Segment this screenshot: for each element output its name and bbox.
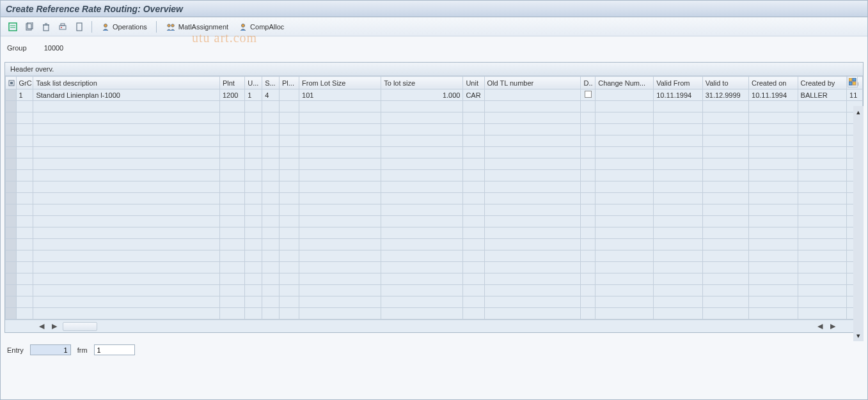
cell-empty[interactable] bbox=[33, 204, 220, 216]
cell-empty[interactable] bbox=[702, 181, 748, 193]
cell-empty[interactable] bbox=[299, 262, 381, 273]
cell-u[interactable]: 1 bbox=[245, 89, 262, 101]
cell-empty[interactable] bbox=[33, 308, 220, 319]
cell-empty[interactable] bbox=[280, 285, 299, 296]
cell-empty[interactable] bbox=[299, 250, 381, 262]
cell-empty[interactable] bbox=[463, 273, 484, 285]
cell-empty[interactable] bbox=[219, 135, 244, 147]
cell-empty[interactable] bbox=[463, 101, 484, 112]
cell-empty[interactable] bbox=[299, 296, 381, 308]
col-d[interactable]: D.. bbox=[581, 77, 596, 89]
cell-empty[interactable] bbox=[219, 285, 244, 296]
cell-empty[interactable] bbox=[654, 147, 703, 158]
cell-empty[interactable] bbox=[245, 181, 262, 193]
cell-empty[interactable] bbox=[463, 112, 484, 124]
cell-empty[interactable] bbox=[381, 101, 463, 112]
cell-empty[interactable] bbox=[484, 101, 581, 112]
cell-empty[interactable] bbox=[749, 227, 798, 239]
cell-empty[interactable] bbox=[16, 193, 33, 204]
table-row[interactable]: 1Standard Linienplan l-10001200141011.00… bbox=[6, 89, 863, 101]
cell-empty[interactable] bbox=[463, 227, 484, 239]
row-selector[interactable] bbox=[6, 308, 17, 319]
cell-empty[interactable] bbox=[484, 273, 581, 285]
cell-empty[interactable] bbox=[484, 308, 581, 319]
cell-empty[interactable] bbox=[245, 296, 262, 308]
cell-empty[interactable] bbox=[299, 239, 381, 250]
col-u[interactable]: U... bbox=[245, 77, 262, 89]
cell-unit[interactable]: CAR bbox=[463, 89, 484, 101]
cell-empty[interactable] bbox=[245, 273, 262, 285]
cell-empty[interactable] bbox=[654, 124, 703, 135]
cell-empty[interactable] bbox=[381, 204, 463, 216]
cell-empty[interactable] bbox=[381, 239, 463, 250]
cell-empty[interactable] bbox=[749, 101, 798, 112]
table-row-empty[interactable] bbox=[6, 262, 863, 273]
col-valid-from[interactable]: Valid From bbox=[654, 77, 703, 89]
cell-empty[interactable] bbox=[299, 227, 381, 239]
cell-empty[interactable] bbox=[381, 158, 463, 170]
row-selector[interactable] bbox=[6, 227, 17, 239]
cell-empty[interactable] bbox=[581, 158, 596, 170]
cell-empty[interactable] bbox=[33, 158, 220, 170]
cell-empty[interactable] bbox=[245, 250, 262, 262]
scroll-up-icon[interactable]: ▴ bbox=[854, 107, 863, 116]
cell-empty[interactable] bbox=[381, 273, 463, 285]
cell-empty[interactable] bbox=[463, 158, 484, 170]
cell-empty[interactable] bbox=[16, 227, 33, 239]
table-row-empty[interactable] bbox=[6, 158, 863, 170]
cell-empty[interactable] bbox=[33, 239, 220, 250]
cell-empty[interactable] bbox=[798, 239, 847, 250]
cell-empty[interactable] bbox=[484, 124, 581, 135]
cell-empty[interactable] bbox=[16, 135, 33, 147]
cell-empty[interactable] bbox=[219, 216, 244, 227]
col-valid-to[interactable]: Valid to bbox=[702, 77, 748, 89]
cell-empty[interactable] bbox=[484, 193, 581, 204]
checkbox-icon[interactable] bbox=[585, 91, 592, 98]
cell-empty[interactable] bbox=[33, 216, 220, 227]
cell-empty[interactable] bbox=[654, 227, 703, 239]
cell-empty[interactable] bbox=[798, 181, 847, 193]
cell-empty[interactable] bbox=[581, 101, 596, 112]
operations-button[interactable]: Operations bbox=[97, 20, 151, 34]
cell-empty[interactable] bbox=[262, 124, 280, 135]
col-from-lot[interactable]: From Lot Size bbox=[299, 77, 381, 89]
cell-empty[interactable] bbox=[381, 112, 463, 124]
cell-empty[interactable] bbox=[702, 147, 748, 158]
row-selector[interactable] bbox=[6, 181, 17, 193]
select-all-header[interactable] bbox=[6, 77, 17, 89]
cell-empty[interactable] bbox=[16, 239, 33, 250]
table-row-empty[interactable] bbox=[6, 170, 863, 181]
cell-empty[interactable] bbox=[299, 147, 381, 158]
cell-empty[interactable] bbox=[702, 239, 748, 250]
cell-empty[interactable] bbox=[219, 124, 244, 135]
cell-empty[interactable] bbox=[749, 285, 798, 296]
frm-input[interactable] bbox=[94, 344, 135, 355]
cell-empty[interactable] bbox=[749, 112, 798, 124]
cell-empty[interactable] bbox=[463, 216, 484, 227]
cell-empty[interactable] bbox=[262, 262, 280, 273]
table-row-empty[interactable] bbox=[6, 181, 863, 193]
row-selector[interactable] bbox=[6, 204, 17, 216]
table-row-empty[interactable] bbox=[6, 193, 863, 204]
cell-empty[interactable] bbox=[581, 227, 596, 239]
cell-empty[interactable] bbox=[702, 112, 748, 124]
cell-empty[interactable] bbox=[33, 273, 220, 285]
cell-empty[interactable] bbox=[596, 262, 654, 273]
cell-empty[interactable] bbox=[654, 239, 703, 250]
cell-empty[interactable] bbox=[596, 181, 654, 193]
cell-empty[interactable] bbox=[262, 273, 280, 285]
cell-empty[interactable] bbox=[654, 285, 703, 296]
detail-icon[interactable] bbox=[6, 20, 20, 34]
cell-empty[interactable] bbox=[596, 101, 654, 112]
cell-empty[interactable] bbox=[484, 250, 581, 262]
cell-empty[interactable] bbox=[33, 262, 220, 273]
cell-empty[interactable] bbox=[381, 308, 463, 319]
cell-empty[interactable] bbox=[16, 170, 33, 181]
scroll-thumb[interactable] bbox=[63, 322, 97, 331]
table-row-empty[interactable] bbox=[6, 273, 863, 285]
row-selector[interactable] bbox=[6, 112, 17, 124]
cell-ch[interactable]: 11 bbox=[847, 89, 863, 101]
cell-empty[interactable] bbox=[463, 296, 484, 308]
cell-empty[interactable] bbox=[219, 273, 244, 285]
cell-empty[interactable] bbox=[280, 193, 299, 204]
